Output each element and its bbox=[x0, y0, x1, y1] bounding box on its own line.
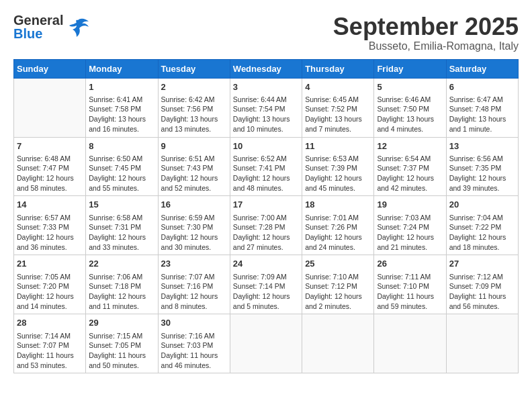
cell-text: and 39 minutes. bbox=[449, 183, 515, 193]
logo-bird-icon bbox=[66, 15, 90, 39]
calendar-cell: 13Sunrise: 6:56 AMSunset: 7:35 PMDayligh… bbox=[446, 137, 518, 196]
cell-text: and 50 minutes. bbox=[89, 361, 154, 371]
calendar-cell: 22Sunrise: 7:06 AMSunset: 7:18 PMDayligh… bbox=[86, 255, 158, 314]
cell-text: Sunset: 7:45 PM bbox=[89, 163, 154, 173]
cell-text: Sunset: 7:37 PM bbox=[377, 163, 443, 173]
day-number: 28 bbox=[17, 317, 83, 329]
cell-text: Daylight: 13 hours bbox=[305, 114, 371, 124]
cell-text: and 27 minutes. bbox=[233, 242, 299, 253]
calendar-cell: 14Sunrise: 6:57 AMSunset: 7:33 PMDayligh… bbox=[14, 196, 86, 255]
day-number: 11 bbox=[305, 140, 371, 152]
calendar-cell: 18Sunrise: 7:01 AMSunset: 7:26 PMDayligh… bbox=[302, 196, 374, 255]
cell-text: Sunrise: 6:54 AM bbox=[377, 154, 443, 164]
cell-text: Daylight: 12 hours bbox=[161, 173, 227, 183]
cell-text: Sunrise: 7:07 AM bbox=[161, 272, 227, 282]
calendar-cell: 1Sunrise: 6:41 AMSunset: 7:58 PMDaylight… bbox=[86, 78, 158, 137]
cell-text: Sunrise: 6:45 AM bbox=[305, 95, 371, 105]
calendar-cell: 17Sunrise: 7:00 AMSunset: 7:28 PMDayligh… bbox=[230, 196, 302, 255]
cell-text: Daylight: 12 hours bbox=[305, 232, 371, 242]
weekday-header-tuesday: Tuesday bbox=[158, 59, 230, 78]
cell-text: Daylight: 13 hours bbox=[161, 114, 227, 124]
day-number: 18 bbox=[305, 199, 371, 211]
calendar-cell: 11Sunrise: 6:53 AMSunset: 7:39 PMDayligh… bbox=[302, 137, 374, 196]
cell-text: Sunset: 7:22 PM bbox=[449, 222, 515, 232]
title-area: September 2025 Busseto, Emilia-Romagna, … bbox=[333, 13, 519, 52]
cell-text: Daylight: 12 hours bbox=[305, 173, 371, 183]
calendar-cell: 29Sunrise: 7:15 AMSunset: 7:05 PMDayligh… bbox=[86, 314, 158, 373]
day-number: 5 bbox=[377, 81, 443, 93]
cell-text: Sunrise: 6:44 AM bbox=[233, 95, 299, 105]
cell-text: Sunrise: 6:50 AM bbox=[89, 154, 154, 164]
cell-text: Sunrise: 7:00 AM bbox=[233, 213, 299, 223]
day-number: 9 bbox=[161, 140, 227, 152]
cell-text: Sunrise: 7:03 AM bbox=[377, 213, 443, 223]
calendar-cell: 15Sunrise: 6:58 AMSunset: 7:31 PMDayligh… bbox=[86, 196, 158, 255]
cell-text: Sunrise: 6:57 AM bbox=[17, 213, 83, 223]
cell-text: Sunset: 7:41 PM bbox=[233, 163, 299, 173]
location: Busseto, Emilia-Romagna, Italy bbox=[333, 40, 519, 52]
cell-text: Sunset: 7:26 PM bbox=[305, 222, 371, 232]
week-row-3: 21Sunrise: 7:05 AMSunset: 7:20 PMDayligh… bbox=[14, 255, 519, 314]
logo-blue: Blue bbox=[13, 27, 63, 40]
day-number: 25 bbox=[305, 258, 371, 270]
cell-text: Sunset: 7:09 PM bbox=[449, 281, 515, 291]
cell-text: Sunrise: 7:01 AM bbox=[305, 213, 371, 223]
cell-text: Daylight: 12 hours bbox=[89, 173, 154, 183]
day-number: 19 bbox=[377, 199, 443, 211]
cell-text: and 45 minutes. bbox=[305, 183, 371, 193]
cell-text: Daylight: 12 hours bbox=[305, 291, 371, 302]
cell-text: Sunset: 7:30 PM bbox=[161, 222, 227, 232]
calendar-cell bbox=[230, 314, 302, 373]
cell-text: and 11 minutes. bbox=[89, 302, 154, 312]
cell-text: Sunrise: 7:15 AM bbox=[89, 331, 154, 341]
cell-text: Sunset: 7:16 PM bbox=[161, 281, 227, 291]
cell-text: and 14 minutes. bbox=[17, 302, 83, 312]
cell-text: Sunset: 7:35 PM bbox=[449, 163, 515, 173]
cell-text: Sunrise: 7:14 AM bbox=[17, 331, 83, 341]
cell-text: Daylight: 13 hours bbox=[377, 114, 443, 124]
cell-text: Daylight: 12 hours bbox=[233, 173, 299, 183]
day-number: 12 bbox=[377, 140, 443, 152]
cell-text: Sunrise: 6:48 AM bbox=[17, 154, 83, 164]
day-number: 13 bbox=[449, 140, 515, 152]
week-row-2: 14Sunrise: 6:57 AMSunset: 7:33 PMDayligh… bbox=[14, 196, 519, 255]
calendar-cell: 4Sunrise: 6:45 AMSunset: 7:52 PMDaylight… bbox=[302, 78, 374, 137]
calendar-cell: 12Sunrise: 6:54 AMSunset: 7:37 PMDayligh… bbox=[374, 137, 446, 196]
cell-text: and 16 minutes. bbox=[89, 124, 154, 134]
cell-text: Sunrise: 6:51 AM bbox=[161, 154, 227, 164]
calendar-cell: 9Sunrise: 6:51 AMSunset: 7:43 PMDaylight… bbox=[158, 137, 230, 196]
cell-text: Daylight: 12 hours bbox=[17, 173, 83, 183]
cell-text: Sunset: 7:54 PM bbox=[233, 104, 299, 114]
day-number: 26 bbox=[377, 258, 443, 270]
calendar-cell bbox=[302, 314, 374, 373]
calendar-cell: 19Sunrise: 7:03 AMSunset: 7:24 PMDayligh… bbox=[374, 196, 446, 255]
day-number: 6 bbox=[449, 81, 515, 93]
cell-text: Sunset: 7:07 PM bbox=[17, 340, 83, 351]
cell-text: Sunset: 7:50 PM bbox=[377, 104, 443, 114]
calendar-body: 1Sunrise: 6:41 AMSunset: 7:58 PMDaylight… bbox=[14, 78, 519, 373]
logo-general: General bbox=[13, 13, 63, 27]
calendar-cell bbox=[374, 314, 446, 373]
calendar-cell: 8Sunrise: 6:50 AMSunset: 7:45 PMDaylight… bbox=[86, 137, 158, 196]
cell-text: Daylight: 11 hours bbox=[17, 351, 83, 361]
day-number: 2 bbox=[161, 81, 227, 93]
cell-text: and 56 minutes. bbox=[449, 302, 515, 312]
calendar-table: SundayMondayTuesdayWednesdayThursdayFrid… bbox=[13, 59, 519, 374]
page-header: General Blue September 2025 Busseto, Emi… bbox=[13, 13, 519, 52]
day-number: 29 bbox=[89, 317, 154, 329]
cell-text: and 59 minutes. bbox=[377, 302, 443, 312]
cell-text: Daylight: 12 hours bbox=[233, 291, 299, 302]
week-row-0: 1Sunrise: 6:41 AMSunset: 7:58 PMDaylight… bbox=[14, 78, 519, 137]
cell-text: and 58 minutes. bbox=[17, 183, 83, 193]
cell-text: Sunset: 7:03 PM bbox=[161, 340, 227, 351]
calendar-cell: 6Sunrise: 6:47 AMSunset: 7:48 PMDaylight… bbox=[446, 78, 518, 137]
cell-text: and 8 minutes. bbox=[161, 302, 227, 312]
day-number: 21 bbox=[17, 258, 83, 270]
cell-text: Sunrise: 6:58 AM bbox=[89, 213, 154, 223]
calendar-cell: 24Sunrise: 7:09 AMSunset: 7:14 PMDayligh… bbox=[230, 255, 302, 314]
cell-text: and 46 minutes. bbox=[161, 361, 227, 371]
cell-text: and 2 minutes. bbox=[305, 302, 371, 312]
calendar-cell: 3Sunrise: 6:44 AMSunset: 7:54 PMDaylight… bbox=[230, 78, 302, 137]
cell-text: and 18 minutes. bbox=[449, 242, 515, 253]
cell-text: Daylight: 13 hours bbox=[449, 114, 515, 124]
